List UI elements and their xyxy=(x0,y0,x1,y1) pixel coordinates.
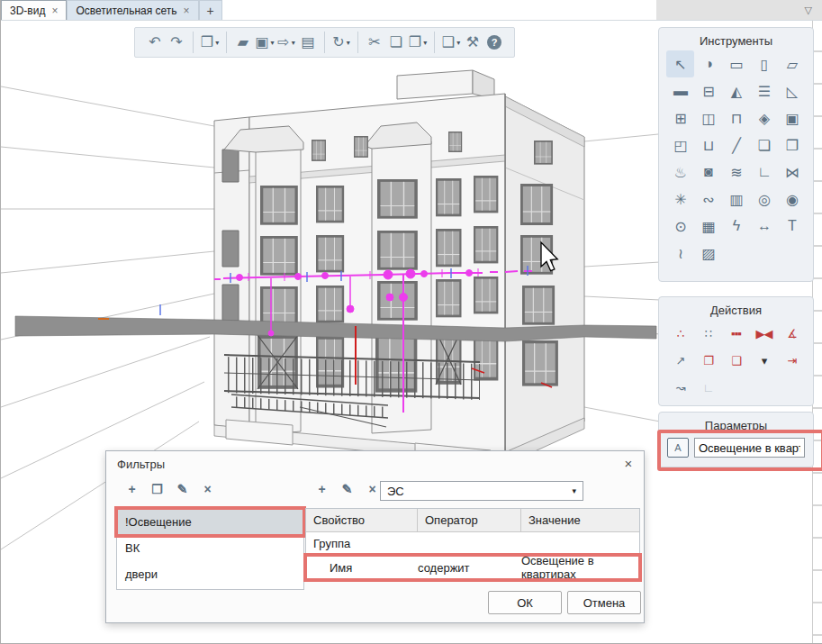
mirror-action[interactable]: ▶◀ xyxy=(750,320,778,347)
rotate-action[interactable]: ∡ xyxy=(778,320,806,347)
floor-tool[interactable]: ▬ xyxy=(666,77,694,104)
system-dropdown[interactable]: ЭС ▾ xyxy=(380,481,583,501)
move-action[interactable]: ↗ xyxy=(666,347,694,374)
pipe-accessory-tool[interactable]: ⋈ xyxy=(778,159,806,186)
window-set-button[interactable]: ❑▾ xyxy=(440,32,462,53)
undo-button[interactable]: ↶ xyxy=(144,32,166,53)
duct-tool[interactable]: ▥ xyxy=(722,186,750,213)
select-tool[interactable]: ↖ xyxy=(666,50,694,77)
view-3d-button[interactable]: ❒▾ xyxy=(199,32,221,53)
duct-accessory-tool[interactable]: ◎ xyxy=(750,186,778,213)
close-tab-icon[interactable]: × xyxy=(51,5,58,16)
wall-tool[interactable]: ▭ xyxy=(722,50,750,77)
open-button[interactable]: ▰ xyxy=(232,32,254,53)
ramp-tool[interactable]: ◺ xyxy=(778,77,806,104)
dropdown-caret-icon[interactable]: ▾ xyxy=(423,39,427,47)
pipe-fitting-tool[interactable]: ∟ xyxy=(750,159,778,186)
sanitary-equipment-tool[interactable]: ◙ xyxy=(694,159,722,186)
stairs-tool[interactable]: ☰ xyxy=(750,77,778,104)
edit-condition-button[interactable]: ✎ xyxy=(338,479,357,498)
column-tool[interactable]: ▯ xyxy=(750,50,778,77)
copy-button[interactable]: ❏ xyxy=(385,32,407,53)
more-actions-dropdown[interactable]: ▾ xyxy=(750,347,778,374)
help-button[interactable]: ? xyxy=(483,32,505,53)
wiring-tool-icon: ϟ xyxy=(733,218,739,234)
object-style-tool[interactable]: ◑ xyxy=(694,50,722,77)
sync-button[interactable]: ↻▾ xyxy=(330,32,352,53)
text-tool[interactable]: T xyxy=(778,213,806,240)
filter-item[interactable]: !Освещение xyxy=(117,509,303,535)
cancel-button[interactable]: Отмена xyxy=(567,591,641,614)
pipe-tool[interactable]: ≋ xyxy=(722,159,750,186)
save-button[interactable]: ▣▾ xyxy=(254,32,276,53)
paste-button[interactable]: ❐▾ xyxy=(407,32,429,53)
dimension-tool[interactable]: ↔ xyxy=(750,213,778,240)
print-button[interactable]: ▤ xyxy=(297,32,319,53)
solid-object-tool[interactable]: ◈ xyxy=(750,104,778,132)
ramp-tool-icon: ◺ xyxy=(787,83,797,100)
window-tool[interactable]: ⊞ xyxy=(666,104,694,132)
tab-3d-view[interactable]: 3D-вид × xyxy=(1,0,67,20)
equipment-tool[interactable]: ❐ xyxy=(778,132,806,159)
table-row[interactable]: Имя содержит Освещение в квартирах xyxy=(306,556,639,579)
export-button[interactable]: ⇨▾ xyxy=(276,32,297,53)
copy-action[interactable]: ❐ xyxy=(694,347,722,374)
style-name-input[interactable] xyxy=(694,438,805,458)
move-along-path-action[interactable]: ↝ xyxy=(666,374,694,401)
profile-tool[interactable]: ❏ xyxy=(750,132,778,159)
settings-wrench-button[interactable]: ⚒ xyxy=(462,32,483,53)
dock-collapse-icon[interactable]: ▽ xyxy=(805,5,812,16)
beam-tool[interactable]: ▱ xyxy=(778,50,806,77)
roof-tool[interactable]: ◭ xyxy=(722,77,750,104)
building-model[interactable] xyxy=(214,70,584,468)
dropdown-caret-icon[interactable]: ▾ xyxy=(456,39,460,47)
dropdown-caret-icon[interactable]: ▾ xyxy=(271,39,275,47)
furniture-tool[interactable]: ⊓ xyxy=(722,104,750,132)
dialog-close-icon[interactable]: × xyxy=(621,456,636,471)
wiring-tool[interactable]: ϟ xyxy=(722,213,750,240)
close-tab-icon[interactable]: × xyxy=(184,5,190,16)
scale-action[interactable]: ❑ xyxy=(722,347,750,374)
electrical-panel-tool[interactable]: ▦ xyxy=(694,213,722,240)
cell-property: Имя xyxy=(306,561,418,575)
route-tool[interactable]: ≀ xyxy=(666,240,694,267)
trim-extend-action[interactable]: ⇥ xyxy=(778,347,806,374)
cut-button[interactable]: ✂ xyxy=(364,32,385,53)
wall-niche-tool[interactable]: ◰ xyxy=(666,132,694,159)
dropdown-caret-icon[interactable]: ▾ xyxy=(347,39,350,47)
object-style-icon[interactable]: A xyxy=(667,438,689,458)
ok-button[interactable]: ОК xyxy=(488,591,562,614)
circular-array-action[interactable]: ∷ xyxy=(694,320,722,347)
redo-button[interactable]: ↷ xyxy=(166,32,187,53)
ventilation-equipment-tool[interactable]: ✳ xyxy=(666,186,694,213)
plumbing-fixture-tool[interactable]: ♨ xyxy=(666,159,694,186)
trim-extend-action-icon: ⇥ xyxy=(788,354,797,367)
linear-array-action[interactable]: ▪▪▪ xyxy=(722,320,750,347)
add-filter-button[interactable]: + xyxy=(122,479,141,498)
line-tool[interactable]: ╱ xyxy=(722,132,750,159)
dropdown-caret-icon[interactable]: ▾ xyxy=(292,39,295,47)
dropdown-caret-icon[interactable]: ▾ xyxy=(215,39,219,47)
image-tool[interactable]: ▣ xyxy=(778,104,806,132)
duct-fitting-tool[interactable]: ∾ xyxy=(694,186,722,213)
cell-value: Освещение в квартирах xyxy=(521,554,639,581)
rotate-action-icon: ∡ xyxy=(787,327,797,340)
delete-condition-button[interactable]: × xyxy=(363,479,382,498)
electric-socket-tool[interactable]: ◉ xyxy=(778,186,806,213)
duplicate-filter-button[interactable]: ❐ xyxy=(148,479,167,498)
light-fixture-tool[interactable]: ⊙ xyxy=(666,213,694,240)
door-tool[interactable]: ◫ xyxy=(694,104,722,132)
edit-nodes-action[interactable]: ∴ xyxy=(666,320,694,347)
filter-item[interactable]: двери xyxy=(117,561,303,587)
undo-icon: ↶ xyxy=(149,35,160,50)
floor-opening-tool[interactable]: ⊟ xyxy=(694,77,722,104)
table-group-row[interactable]: Группа xyxy=(306,532,639,556)
foundation-tool[interactable]: ⊔ xyxy=(694,132,722,159)
hatch-tool[interactable]: ▨ xyxy=(694,240,722,267)
filter-item[interactable]: ВК xyxy=(117,535,303,561)
edit-filter-button[interactable]: ✎ xyxy=(173,479,192,498)
tab-lighting-network[interactable]: Осветительная сеть × xyxy=(67,0,198,20)
delete-filter-button[interactable]: × xyxy=(198,479,217,498)
new-tab-button[interactable]: + xyxy=(199,0,222,20)
add-condition-button[interactable]: + xyxy=(312,479,331,498)
